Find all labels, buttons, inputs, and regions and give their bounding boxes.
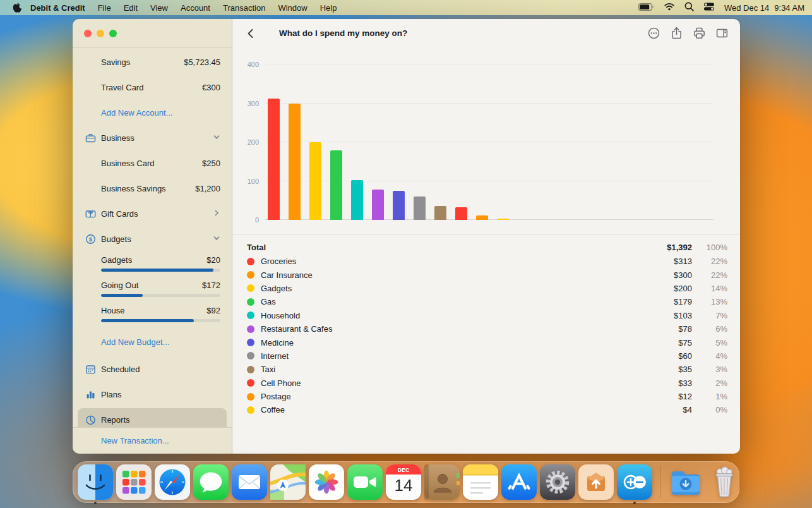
briefcase-icon xyxy=(85,133,96,143)
report-header: What do I spend my money on? xyxy=(232,19,740,47)
category-percent: 14% xyxy=(692,284,727,293)
sidebar-account-business-card[interactable]: Business Card $250 xyxy=(73,150,232,176)
category-percent: 22% xyxy=(692,270,727,280)
calendar-month: DEC xyxy=(397,467,410,473)
sidebar-account-savings[interactable]: Savings $5,723.45 xyxy=(73,49,232,75)
menu-help[interactable]: Help xyxy=(320,3,337,13)
dock-calendar-icon[interactable]: DEC14 xyxy=(386,464,421,500)
category-amount: $300 xyxy=(639,270,692,280)
dock-package-tracker-icon[interactable] xyxy=(578,464,614,500)
category-row: Coffee $4 0% xyxy=(247,403,727,416)
category-label: Car Insurance xyxy=(261,270,639,280)
dock-debit-and-credit-icon[interactable] xyxy=(617,464,652,500)
category-row: Gadgets $200 14% xyxy=(247,282,727,295)
category-percent: 1% xyxy=(692,392,727,401)
category-row: Internet $60 4% xyxy=(247,349,727,363)
zoom-window-button[interactable] xyxy=(109,30,117,37)
chevron-down-icon[interactable] xyxy=(213,133,220,143)
add-new-budget-button[interactable]: Add New Budget... xyxy=(73,327,232,356)
dock-maps-icon[interactable] xyxy=(270,464,306,500)
menu-window[interactable]: Window xyxy=(278,3,307,13)
dock-contacts-icon[interactable] xyxy=(424,464,460,500)
minimize-window-button[interactable] xyxy=(97,30,104,37)
dock-photos-icon[interactable] xyxy=(309,464,344,500)
sidebar-budget-going-out[interactable]: Going Out $172 xyxy=(73,277,232,302)
menu-app-name[interactable]: Debit & Credit xyxy=(30,3,85,13)
budget-progress-fill xyxy=(101,269,213,272)
chevron-right-icon[interactable] xyxy=(213,209,220,219)
dock-trash-icon[interactable] xyxy=(707,464,742,500)
close-window-button[interactable] xyxy=(84,30,92,37)
dock-safari-icon[interactable] xyxy=(155,464,190,500)
sidebar-group-gift-cards[interactable]: Gift Cards xyxy=(73,201,232,226)
sidebar-group-business[interactable]: Business xyxy=(73,125,232,150)
dock-downloads-folder-icon[interactable] xyxy=(668,464,703,500)
gift-card-icon xyxy=(85,209,96,219)
dock-app-store-icon[interactable] xyxy=(501,464,537,500)
apple-menu[interactable] xyxy=(13,3,21,13)
share-icon[interactable] xyxy=(670,27,683,40)
budget-progress-fill xyxy=(101,294,143,297)
menu-clock[interactable]: Wed Dec 14 9:34 AM xyxy=(724,3,804,13)
dock-notes-icon[interactable] xyxy=(463,464,498,500)
sidebar-budget-gadgets[interactable]: Gadgets $20 xyxy=(73,251,232,277)
dock-system-settings-icon[interactable] xyxy=(540,464,575,500)
pie-chart-icon xyxy=(85,414,96,425)
category-row: Household $103 7% xyxy=(247,309,727,322)
dock-messages-icon[interactable] xyxy=(193,464,229,500)
category-percent: 7% xyxy=(692,311,727,320)
dock-launchpad-icon[interactable] xyxy=(116,464,152,500)
menu-edit[interactable]: Edit xyxy=(124,3,138,13)
bar-gadgets xyxy=(309,142,321,220)
dock-mail-icon[interactable] xyxy=(232,464,267,500)
dock-divider xyxy=(660,466,660,499)
new-transaction-button[interactable]: New Transaction... xyxy=(73,427,232,454)
search-icon[interactable] xyxy=(684,2,694,13)
dock-finder-icon[interactable] xyxy=(78,464,113,500)
menu-transaction[interactable]: Transaction xyxy=(223,3,265,13)
battery-icon[interactable] xyxy=(638,3,654,13)
control-center-icon[interactable] xyxy=(704,3,714,13)
more-icon[interactable] xyxy=(647,27,660,40)
chart-plot: 0100200300400 xyxy=(265,64,713,220)
sidebar-toggle-icon[interactable] xyxy=(715,27,729,40)
category-amount: $78 xyxy=(639,324,692,334)
category-color-dot xyxy=(247,379,254,387)
bar-restaurant-cafes xyxy=(372,190,384,220)
spending-bar-chart: 0100200300400 xyxy=(232,47,740,234)
budget-progress-track xyxy=(101,319,220,322)
category-label: Medicine xyxy=(261,338,639,348)
bar-coffee xyxy=(497,219,509,220)
menu-account[interactable]: Account xyxy=(181,3,210,13)
desktop-wallpaper: Debit & Credit File Edit View Account Tr… xyxy=(0,0,812,508)
sidebar-group-budgets[interactable]: $ Budgets xyxy=(73,226,232,251)
sidebar-item-scheduled[interactable]: Scheduled xyxy=(73,356,232,382)
category-percent: 0% xyxy=(692,405,727,414)
category-color-dot xyxy=(247,339,254,346)
dock: DEC14 xyxy=(73,461,739,503)
category-row: Cell Phone $33 2% xyxy=(247,377,727,390)
sidebar-budget-house[interactable]: House $92 xyxy=(73,302,232,327)
print-icon[interactable] xyxy=(693,27,706,40)
dock-facetime-icon[interactable] xyxy=(347,464,383,500)
calendar-day: 14 xyxy=(395,476,413,495)
category-amount: $179 xyxy=(639,297,692,306)
add-new-account-button[interactable]: Add New Account... xyxy=(73,100,232,125)
bar-chart-icon xyxy=(85,389,96,400)
category-label: Gadgets xyxy=(261,284,639,293)
bar-taxi xyxy=(434,206,446,220)
sidebar-item-plans[interactable]: Plans xyxy=(73,382,232,407)
wifi-icon[interactable] xyxy=(664,3,674,13)
menu-file[interactable]: File xyxy=(98,3,111,13)
category-row: Medicine $75 5% xyxy=(247,336,727,349)
sidebar-account-travel-card[interactable]: Travel Card €300 xyxy=(73,75,232,100)
sidebar-item-reports[interactable]: Reports xyxy=(78,408,227,427)
category-color-dot xyxy=(247,311,254,319)
menu-view[interactable]: View xyxy=(150,3,168,13)
chevron-down-icon[interactable] xyxy=(213,234,220,244)
back-button[interactable] xyxy=(244,26,258,41)
gridline-200 xyxy=(265,142,713,142)
category-percent: 4% xyxy=(692,351,727,361)
sidebar-account-business-savings[interactable]: Business Savings $1,200 xyxy=(73,176,232,201)
category-percent: 5% xyxy=(692,338,727,348)
